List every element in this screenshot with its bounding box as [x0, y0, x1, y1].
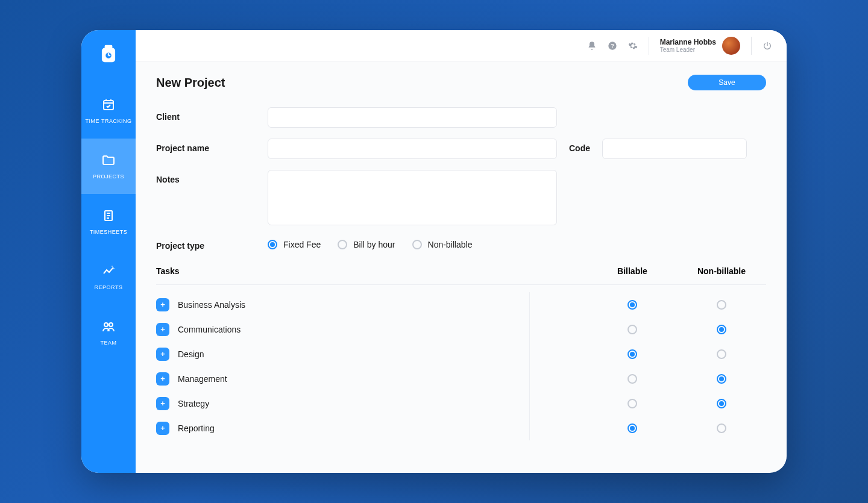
radio-icon	[338, 240, 347, 249]
task-name: Business Analysis	[178, 300, 245, 310]
sidebar-item-label: TEAM	[100, 340, 116, 346]
avatar	[722, 37, 740, 55]
project-type-radio-group: Fixed FeeBill by hourNon-billable	[268, 236, 472, 249]
task-row: +Reporting	[156, 416, 766, 440]
add-task-button[interactable]: +	[156, 323, 169, 336]
folder-icon	[101, 153, 116, 167]
task-name: Design	[178, 349, 204, 359]
billable-cell	[588, 374, 677, 384]
form-row-project-type: Project type Fixed FeeBill by hourNon-bi…	[156, 236, 766, 251]
non-billable-cell	[677, 300, 766, 310]
task-left: +Strategy	[156, 397, 588, 410]
main: ? Marianne Hobbs Team Leader New Project	[136, 30, 787, 473]
project-type-option-label: Fixed Fee	[283, 240, 321, 249]
non-billable-radio[interactable]	[717, 374, 726, 384]
project-type-option[interactable]: Bill by hour	[338, 240, 395, 249]
notes-input[interactable]	[268, 170, 557, 225]
page-title: New Project	[156, 76, 225, 90]
billable-cell	[588, 399, 677, 408]
non-billable-radio[interactable]	[717, 349, 726, 359]
sidebar-item-timesheets[interactable]: TIMESHEETS	[81, 194, 136, 249]
task-row: +Design	[156, 342, 766, 366]
project-type-option-label: Bill by hour	[353, 240, 395, 249]
task-left: +Management	[156, 372, 588, 386]
user-block[interactable]: Marianne Hobbs Team Leader	[660, 37, 740, 55]
billable-radio[interactable]	[627, 300, 637, 310]
user-role: Team Leader	[660, 46, 716, 53]
task-left: +Communications	[156, 323, 588, 336]
project-type-label: Project type	[156, 236, 256, 251]
separator	[649, 37, 649, 55]
task-row: +Management	[156, 366, 766, 391]
non-billable-header: Non-billable	[677, 266, 766, 276]
task-left: +Design	[156, 348, 588, 361]
tasks-section: Tasks Billable Non-billable +Business An…	[156, 266, 766, 440]
team-icon	[101, 319, 116, 334]
gear-icon[interactable]	[628, 41, 638, 51]
sidebar-item-label: TIME TRACKING	[86, 118, 132, 124]
sidebar: TIME TRACKING PROJECTS TIMESHEETS	[81, 30, 136, 473]
form-row-project-name: Project name Code	[156, 139, 766, 159]
user-text: Marianne Hobbs Team Leader	[660, 38, 716, 53]
svg-rect-1	[105, 45, 113, 49]
billable-radio[interactable]	[627, 374, 637, 384]
form-row-notes: Notes	[156, 170, 766, 225]
sidebar-item-time-tracking[interactable]: TIME TRACKING	[81, 83, 136, 139]
add-task-button[interactable]: +	[156, 422, 169, 435]
tasks-header: Tasks Billable Non-billable	[156, 266, 766, 285]
sidebar-item-label: REPORTS	[95, 284, 123, 290]
notes-label: Notes	[156, 170, 256, 184]
project-name-input[interactable]	[268, 139, 557, 159]
billable-cell	[588, 349, 677, 359]
sidebar-item-label: TIMESHEETS	[90, 229, 128, 235]
sidebar-item-label: PROJECTS	[93, 173, 124, 180]
add-task-button[interactable]: +	[156, 397, 169, 410]
non-billable-radio[interactable]	[717, 325, 726, 334]
svg-point-13	[104, 323, 108, 326]
non-billable-cell	[677, 399, 766, 408]
billable-cell	[588, 423, 677, 433]
help-icon[interactable]: ?	[608, 41, 617, 51]
tasks-header-label: Tasks	[156, 266, 588, 276]
sparkline-icon	[101, 264, 116, 278]
task-row: +Strategy	[156, 391, 766, 416]
task-name: Reporting	[178, 423, 215, 433]
project-name-label: Project name	[156, 139, 256, 153]
non-billable-cell	[677, 374, 766, 384]
billable-cell	[588, 325, 677, 334]
project-type-option-label: Non-billable	[428, 240, 473, 249]
billable-radio[interactable]	[627, 349, 637, 359]
add-task-button[interactable]: +	[156, 372, 169, 386]
add-task-button[interactable]: +	[156, 298, 169, 311]
non-billable-radio[interactable]	[717, 423, 726, 433]
project-type-option[interactable]: Fixed Fee	[268, 240, 321, 249]
add-task-button[interactable]: +	[156, 348, 169, 361]
non-billable-radio[interactable]	[717, 300, 726, 310]
content: New Project Save Client Project name Cod…	[136, 61, 787, 473]
project-type-option[interactable]: Non-billable	[412, 240, 473, 249]
power-icon[interactable]	[763, 41, 772, 51]
sidebar-item-team[interactable]: TEAM	[81, 305, 136, 360]
sidebar-item-projects[interactable]: PROJECTS	[81, 139, 136, 194]
billable-radio[interactable]	[627, 325, 637, 334]
task-left: +Business Analysis	[156, 298, 588, 311]
billable-radio[interactable]	[627, 423, 637, 433]
billable-radio[interactable]	[627, 399, 637, 408]
page-head: New Project Save	[156, 75, 766, 90]
task-left: +Reporting	[156, 422, 588, 435]
calendar-check-icon	[101, 98, 116, 112]
task-name: Strategy	[178, 399, 209, 408]
sidebar-item-reports[interactable]: REPORTS	[81, 249, 136, 305]
save-button[interactable]: Save	[688, 75, 766, 90]
code-label: Code	[569, 139, 590, 153]
client-input[interactable]	[268, 107, 557, 128]
task-name: Management	[178, 374, 227, 384]
svg-point-14	[109, 323, 113, 326]
task-row: +Business Analysis	[156, 292, 766, 317]
non-billable-radio[interactable]	[717, 399, 726, 408]
bell-icon[interactable]	[587, 41, 597, 51]
receipt-icon	[101, 208, 116, 223]
code-input[interactable]	[602, 139, 747, 159]
task-rows: +Business Analysis+Communications+Design…	[156, 292, 766, 440]
user-name: Marianne Hobbs	[660, 38, 716, 46]
